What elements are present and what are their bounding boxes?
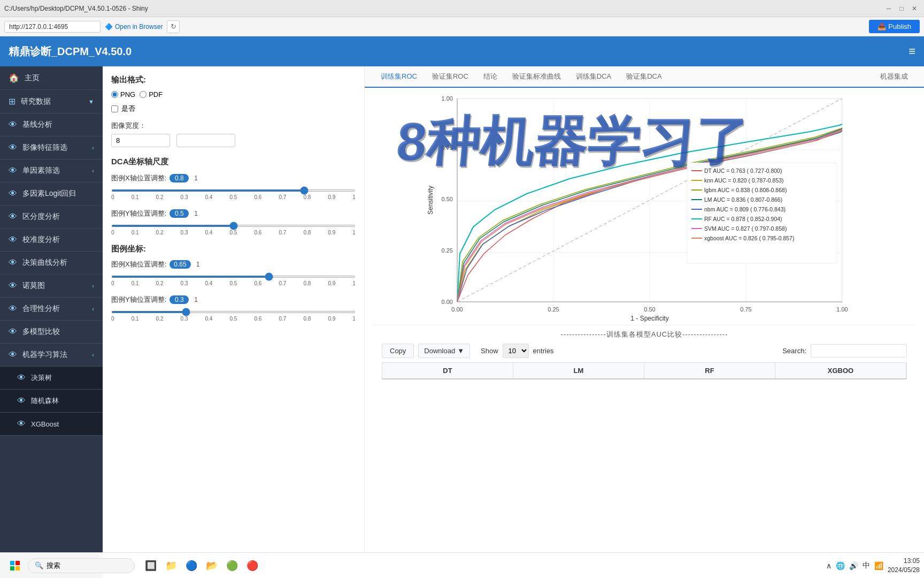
sidebar-item-ml[interactable]: 👁 机器学习算法 ‹ [0,344,103,367]
network-icon[interactable]: 🌐 [835,560,846,571]
baseline-icon: 👁 [9,120,17,130]
logit-icon: 👁 [9,189,17,199]
sidebar-item-single[interactable]: 👁 单因素筛选 ‹ [0,159,103,182]
taskbar-icon-2[interactable]: 📁 [161,556,181,575]
legend-x-ticks: 00.10.20.30.40.50.60.70.80.91 [111,280,356,286]
taskbar-icon-edge[interactable]: 🔵 [182,556,201,575]
sidebar-item-rf[interactable]: 👁 随机森林 [0,390,103,413]
dropdown-arrow-icon: ▼ [457,347,464,355]
legend-x-value: 0.65 [170,260,190,269]
input-icon[interactable]: 中 [861,560,871,572]
sidebar-item-logit[interactable]: 👁 多因素Logit回归 [0,182,103,206]
sidebar-item-calibration[interactable]: 👁 校准度分析 [0,229,103,252]
tab-valid-dca[interactable]: 验证集DCA [619,66,669,88]
arrow-icon4: ‹ [92,283,94,289]
width-input[interactable] [111,134,170,147]
sidebar-item-xgb[interactable]: 👁 XGBoost [0,413,103,436]
tab-train-roc[interactable]: 训练集ROC [373,66,425,88]
svg-text:DT AUC = 0.763 ( 0.727-0.800): DT AUC = 0.763 ( 0.727-0.800) [704,168,782,174]
url-display[interactable]: http://127.0.0.1:4695 [4,21,101,33]
search-label: Search: [782,347,806,355]
open-in-browser-link[interactable]: 🔷 Open in Browser [105,23,163,31]
legend-y-max: 1 [194,296,198,303]
svg-text:0.00: 0.00 [442,299,453,305]
refresh-button[interactable]: ↻ [167,20,180,33]
tab-ensemble[interactable]: 机器集成 [873,66,915,88]
tab-train-dca[interactable]: 训练集DCA [568,66,619,88]
height-input[interactable] [176,134,235,147]
output-format-label: 输出格式: [111,75,356,85]
search-input[interactable] [811,344,907,358]
search-placeholder: 搜索 [47,561,60,571]
y-axis-ticks: 00.10.20.30.40.50.60.70.80.91 [111,230,356,235]
entries-select[interactable]: 10 25 50 [503,344,529,358]
y-axis-range[interactable] [111,225,356,227]
sidebar-label-discrimination: 区分度分析 [22,212,60,222]
tab-conclusion[interactable]: 结论 [476,66,505,88]
arrow-icon3: ‹ [92,168,94,174]
titlebar-controls: ─ □ ✕ [883,3,920,14]
taskbar-icon-1[interactable]: 🔲 [141,556,160,575]
legend-title: 图例坐标: [111,244,356,254]
pdf-radio[interactable] [140,91,147,98]
svg-text:xgboost AUC = 0.826 ( 0.795-0.: xgboost AUC = 0.826 ( 0.795-0.857) [704,235,794,241]
legend-x-max: 1 [196,261,200,268]
sidebar-item-multimodel[interactable]: 👁 多模型比较 [0,321,103,344]
titlebar-title: C:/Users/hp/Desktop/DCPM_V4.50.1-0526 - … [4,5,148,12]
sidebar-item-baseline[interactable]: 👁 基线分析 [0,113,103,136]
sidebar-label-rf: 随机森林 [31,396,59,406]
tab-valid-roc[interactable]: 验证集ROC [425,66,476,88]
sidebar-item-nomogram[interactable]: 👁 诺莫图 ‹ [0,275,103,298]
x-axis-ticks: 00.10.20.30.40.50.60.70.80.91 [111,194,356,200]
start-button[interactable] [4,555,26,576]
publish-button[interactable]: 📤 Publish [869,20,920,33]
taskbar-icon-4[interactable]: 🟢 [222,556,242,575]
speaker-icon[interactable]: 🔊 [848,560,859,571]
research-icon: ⊞ [9,96,16,107]
sidebar-item-discrimination[interactable]: 👁 区分度分析 [0,206,103,229]
png-radio[interactable] [111,91,118,98]
pdf-option[interactable]: PDF [140,90,163,98]
col-dt: DT [382,363,513,378]
sidebar-item-imaging[interactable]: 👁 影像特征筛选 ‹ [0,136,103,159]
tab-valid-calibration[interactable]: 验证集标准曲线 [505,66,568,88]
sidebar-item-research[interactable]: ⊞ 研究数据 ▼ [0,90,103,113]
svg-text:1.00: 1.00 [442,95,453,102]
chart-area: 训练集ROC 验证集ROC 结论 验证集标准曲线 训练集DCA 验证集DCA 机… [365,66,924,578]
app-title: 精鼎诊断_DCPM_V4.50.0 [9,44,900,59]
wifi-icon[interactable]: 📶 [873,560,884,571]
svg-text:nbm AUC = 0.809 ( 0.776-0.843): nbm AUC = 0.809 ( 0.776-0.843) [704,206,786,212]
taskbar-icon-5[interactable]: 🔴 [243,556,262,575]
taskbar-icons: 🔲 📁 🔵 📂 🟢 🔴 [141,556,262,575]
x-axis-slider-group: 图例X轴位置调整: 0.8 1 00.10.20.30.40.50.60.70.… [111,173,356,200]
sidebar-label-home: 主页 [25,73,40,83]
dca-section-title: DCA坐标轴尺度 [111,157,356,167]
maximize-button[interactable]: □ [896,3,907,14]
chevron-up-icon[interactable]: ∧ [825,560,833,571]
systray: ∧ 🌐 🔊 中 📶 13:05 2024/05/28 [825,557,920,575]
minimize-button[interactable]: ─ [883,3,894,14]
legend-x-range[interactable] [111,276,356,278]
legend-y-ticks: 00.10.20.30.40.50.60.70.80.91 [111,316,356,322]
download-button[interactable]: Download ▼ [418,344,470,358]
clock[interactable]: 13:05 2024/05/28 [888,557,920,575]
x-axis-range[interactable] [111,189,356,192]
copy-button[interactable]: Copy [382,344,414,358]
sidebar-item-decision[interactable]: 👁 决策曲线分析 [0,252,103,275]
taskbar-icon-3[interactable]: 📂 [202,556,221,575]
sidebar-item-home[interactable]: 🏠 主页 [0,66,103,90]
x-axis-value: 0.8 [170,174,189,182]
main-layout: 🏠 主页 ⊞ 研究数据 ▼ 👁 基线分析 👁 影像特征筛选 ‹ 👁 单因素筛选 … [0,66,924,578]
png-option[interactable]: PNG [111,90,135,98]
hamburger-menu[interactable]: ≡ [908,44,915,58]
checkbox-toggle[interactable] [111,105,118,112]
legend-x-label: 图例X轴位置调整: [111,260,166,269]
legend-x-slider-group: 图例X轴位置调整: 0.65 1 00.10.20.30.40.50.60.70… [111,260,356,286]
sidebar-item-dt[interactable]: 👁 决策树 [0,367,103,390]
sidebar-item-rationality[interactable]: 👁 合理性分析 ‹ [0,298,103,321]
legend-y-range[interactable] [111,311,356,313]
imaging-icon: 👁 [9,143,17,153]
close-button[interactable]: ✕ [909,3,920,14]
taskbar-search[interactable]: 🔍 搜索 [28,558,135,573]
clock-time: 13:05 [888,557,920,566]
